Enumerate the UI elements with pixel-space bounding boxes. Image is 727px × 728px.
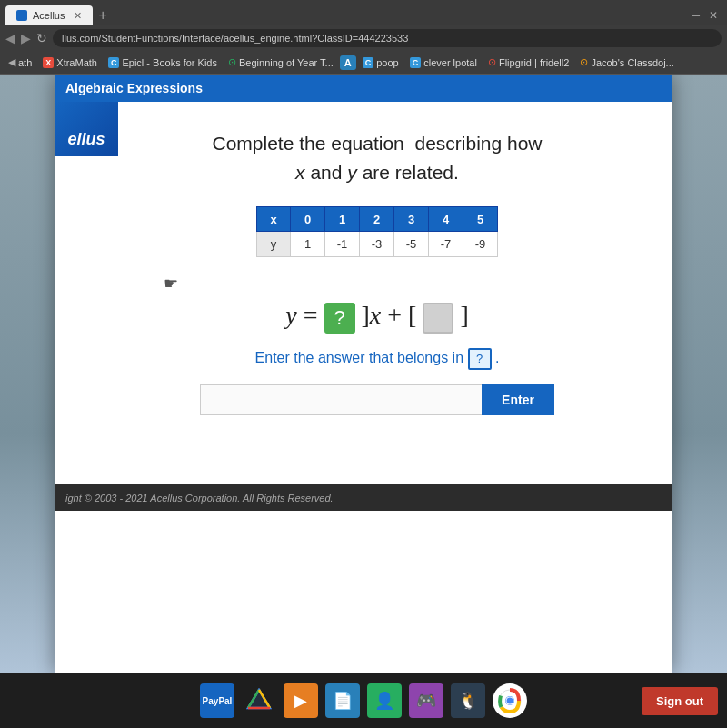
bookmark-flipgrid[interactable]: ⊙ Flipgrid | fridell2 <box>483 55 573 70</box>
bookmark-flipgrid-label: Flipgrid | fridell2 <box>499 57 569 68</box>
bookmark-epic-icon: C <box>108 57 120 68</box>
bookmark-a-label: A <box>344 57 352 68</box>
close-icon[interactable]: ✕ <box>705 9 722 22</box>
bookmark-jacobs[interactable]: ⊙ Jacob's Classdoj... <box>575 55 678 70</box>
tab-close-icon[interactable]: ✕ <box>74 10 82 22</box>
tab-label: Acellus <box>33 10 65 21</box>
reload-button[interactable]: ↻ <box>36 31 47 45</box>
game-icon: 🎮 <box>416 691 436 711</box>
hint-label: Enter the answer that belongs in <box>255 350 468 365</box>
bookmark-xtramath[interactable]: X XtraMath <box>38 55 102 70</box>
page-footer: ight © 2003 - 2021 Acellus Corporation. … <box>55 484 672 511</box>
bookmark-ath-icon: ◀ <box>8 56 15 68</box>
back-button[interactable]: ◀ <box>5 31 15 45</box>
table-y-row: y 1 -1 -3 -5 -7 -9 <box>256 232 498 257</box>
bookmark-ath-label: ath <box>18 57 32 68</box>
new-tab-button[interactable]: + <box>93 7 112 24</box>
taskbar-icon-1-symbol: PayPal <box>203 696 233 706</box>
play-icon: ▶ <box>294 691 307 711</box>
question-line1: Complete the equation describing how <box>136 129 618 158</box>
taskbar-icons: PayPal ▶ 📄 👤 <box>9 683 718 718</box>
webpage-area: Algebraic Expressions ellus Complete the… <box>0 75 727 673</box>
tab-bar: Acellus ✕ + ─ ✕ <box>0 0 727 25</box>
table-y-label: y <box>256 232 291 257</box>
address-input-container[interactable]: llus.com/StudentFunctions/Interface/acel… <box>53 29 722 47</box>
bookmark-clever-label: clever lpotal <box>423 57 477 68</box>
table-y-6: -9 <box>463 232 498 257</box>
google-drive-icon <box>246 688 272 713</box>
data-table: x 0 1 2 3 4 5 y 1 <box>256 206 498 257</box>
taskbar-icon-user[interactable]: 👤 <box>367 683 402 718</box>
copyright-text: ight © 2003 - 2021 Acellus Corporation. … <box>65 493 334 504</box>
page-frame: Algebraic Expressions ellus Complete the… <box>55 75 672 673</box>
input-row: Enter <box>136 384 618 415</box>
hint-text: Enter the answer that belongs in ? . <box>136 348 618 370</box>
table-y-4: -5 <box>394 232 429 257</box>
page-body: ellus Complete the equation describing h… <box>55 102 672 465</box>
bookmark-jacobs-label: Jacob's Classdoj... <box>591 57 673 68</box>
bookmark-epic[interactable]: C Epicl - Books for Kids <box>104 55 222 70</box>
taskbar-icon-google-drive[interactable] <box>242 683 276 718</box>
table-header-2: 2 <box>360 206 394 232</box>
svg-marker-1 <box>248 690 270 708</box>
taskbar-icon-penguin[interactable]: 🐧 <box>451 683 485 718</box>
table-header-0: 0 <box>291 206 325 232</box>
penguin-icon: 🐧 <box>458 691 478 711</box>
table-y-3: -3 <box>360 232 394 257</box>
bookmark-poop-icon: C <box>363 57 374 68</box>
table-header-1: 1 <box>325 206 360 232</box>
bookmark-poop[interactable]: C poop <box>358 55 403 70</box>
table-header-5: 5 <box>463 206 498 232</box>
active-tab[interactable]: Acellus ✕ <box>5 5 93 25</box>
hint-period: . <box>495 350 499 365</box>
bookmark-jacobs-icon: ⊙ <box>580 56 588 68</box>
table-header-4: 4 <box>429 206 463 232</box>
sign-out-button[interactable]: Sign out <box>642 687 718 715</box>
answer-input[interactable] <box>200 384 482 415</box>
logo-text: ellus <box>67 130 105 149</box>
taskbar-icon-1[interactable]: PayPal <box>200 683 234 718</box>
window-controls: ─ ✕ <box>688 9 722 25</box>
question-line2: x and y are related. <box>136 158 618 187</box>
bookmark-clever[interactable]: C clever lpotal <box>405 55 482 70</box>
table-y-2: -1 <box>325 232 360 257</box>
table-y-5: -7 <box>429 232 463 257</box>
user-icon: 👤 <box>374 691 394 711</box>
doc-icon: 📄 <box>333 691 353 711</box>
taskbar-icon-game[interactable]: 🎮 <box>409 683 443 718</box>
page-header-title: Algebraic Expressions <box>65 81 203 95</box>
bookmark-flipgrid-icon: ⊙ <box>488 56 496 68</box>
question-text: Complete the equation describing how x a… <box>136 120 618 186</box>
taskbar-icon-chrome[interactable] <box>493 683 527 718</box>
bookmark-ath[interactable]: ◀ ath <box>4 55 36 70</box>
table-header-3: 3 <box>394 206 429 232</box>
equation-bracket2 <box>423 303 453 334</box>
equation-display: y = ? ]x + [ ] <box>136 301 618 334</box>
bookmark-xtramath-icon: X <box>43 57 54 68</box>
taskbar-icon-play[interactable]: ▶ <box>284 683 318 718</box>
bookmark-poop-label: poop <box>376 57 398 68</box>
address-text: llus.com/StudentFunctions/Interface/acel… <box>62 33 408 44</box>
hand-cursor: ☛ <box>164 274 618 294</box>
enter-button[interactable]: Enter <box>482 384 554 415</box>
bookmark-epic-label: Epicl - Books for Kids <box>122 57 217 68</box>
table-header-row: x 0 1 2 3 4 5 <box>256 206 498 232</box>
bookmark-beginning-label: Beginning of Year T... <box>239 57 334 68</box>
bookmark-beginning[interactable]: ⊙ Beginning of Year T... <box>224 55 338 70</box>
bookmark-beginning-icon: ⊙ <box>228 56 236 68</box>
address-bar-row: ◀ ▶ ↻ llus.com/StudentFunctions/Interfac… <box>0 25 727 51</box>
minimize-icon[interactable]: ─ <box>688 9 703 22</box>
forward-button[interactable]: ▶ <box>21 31 31 45</box>
bookmark-clever-icon: C <box>410 57 422 68</box>
tab-favicon <box>16 10 27 21</box>
bookmark-a[interactable]: A <box>340 55 356 70</box>
equation-bracket1: ? <box>324 303 355 334</box>
hint-bracket-box: ? <box>468 348 492 370</box>
table-y-1: 1 <box>291 232 325 257</box>
acellus-logo: ellus <box>55 102 118 156</box>
taskbar-icon-doc[interactable]: 📄 <box>325 683 360 718</box>
svg-point-8 <box>507 698 513 704</box>
chrome-icon <box>497 688 523 713</box>
page-header: Algebraic Expressions <box>55 75 672 102</box>
bookmark-xtramath-label: XtraMath <box>56 57 97 68</box>
